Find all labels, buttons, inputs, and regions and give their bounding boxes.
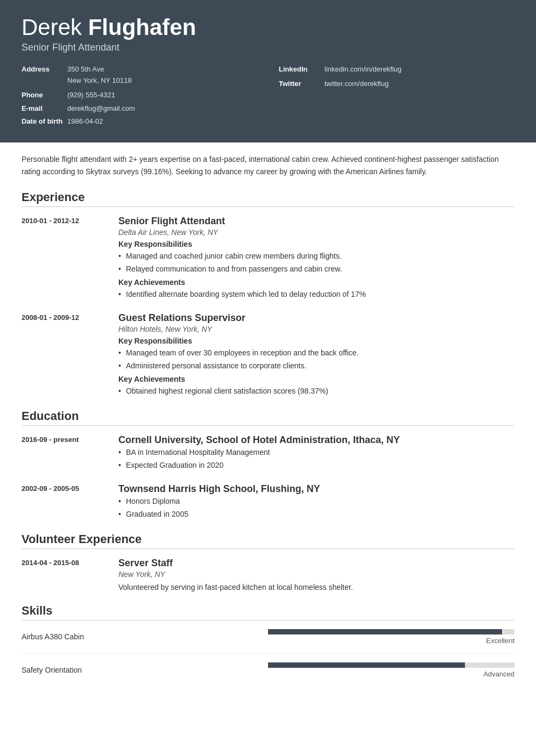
- list-item: Graduated in 2005: [118, 509, 514, 520]
- first-name: Derek: [22, 15, 88, 40]
- achievements-label: Key Achievements: [118, 375, 514, 383]
- list-item: Expected Graduation in 2020: [118, 460, 514, 471]
- entry-dates: 2002-09 - 2005-05: [22, 483, 108, 522]
- phone-label: Phone: [22, 90, 67, 101]
- list-item: Administered personal assistance to corp…: [118, 360, 514, 372]
- volunteer-entries: 2014-04 - 2015-08 Server Staff New York,…: [22, 558, 514, 593]
- skill-name: Safety Orientation: [22, 666, 268, 674]
- skill-bar-bg: [268, 629, 514, 634]
- list-item: Managed team of over 30 employees in rec…: [118, 347, 514, 359]
- responsibilities-label: Key Responsibilities: [118, 240, 514, 248]
- achievements-list: Identified alternate boarding system whi…: [118, 289, 514, 300]
- header-right-col: LinkedIn linkedin.com/in/derekflug Twitt…: [279, 64, 514, 127]
- education-bullets: BA in International Hospitality Manageme…: [118, 447, 514, 471]
- last-name: Flughafen: [88, 15, 196, 40]
- header-left-col: Address 350 5th Ave New York, NY 10118 P…: [22, 64, 257, 127]
- header-info-grid: Address 350 5th Ave New York, NY 10118 P…: [22, 64, 514, 127]
- entry-dates: 2008-01 - 2009-12: [22, 312, 108, 398]
- candidate-name: Derek Flughafen: [22, 15, 514, 40]
- responsibilities-label: Key Responsibilities: [118, 337, 514, 345]
- experience-entries: 2010-01 - 2012-12 Senior Flight Attendan…: [22, 216, 514, 398]
- dob-row: Date of birth 1986-04-02: [22, 116, 257, 127]
- entry-content: Cornell University, School of Hotel Admi…: [118, 434, 514, 473]
- skills-entries: Airbus A380 Cabin Excellent Safety Orien…: [22, 629, 514, 687]
- address-label: Address: [22, 64, 67, 75]
- experience-section: Experience 2010-01 - 2012-12 Senior Flig…: [22, 190, 514, 398]
- skill-bar-fill: [268, 662, 465, 668]
- resume-header: Derek Flughafen Senior Flight Attendant …: [0, 0, 536, 142]
- entry-role: Senior Flight Attendant: [118, 216, 514, 227]
- achievements-label: Key Achievements: [118, 278, 514, 287]
- address-row: Address 350 5th Ave New York, NY 10118: [22, 64, 257, 87]
- entry-dates: 2014-04 - 2015-08: [22, 558, 108, 593]
- experience-entry: 2010-01 - 2012-12 Senior Flight Attendan…: [22, 216, 514, 302]
- phone-row: Phone (929) 555-4321: [22, 90, 257, 101]
- email-value: derekflug@gmail.com: [67, 103, 135, 115]
- volunteer-entry: 2014-04 - 2015-08 Server Staff New York,…: [22, 558, 514, 593]
- institution-name: Cornell University, School of Hotel Admi…: [118, 434, 514, 446]
- responsibilities-list: Managed team of over 30 employees in rec…: [118, 347, 514, 372]
- education-section: Education 2016-09 - present Cornell Univ…: [22, 409, 514, 522]
- list-item: Identified alternate boarding system whi…: [118, 289, 514, 300]
- vol-description: Volunteered by serving in fast-paced kit…: [118, 582, 514, 593]
- entry-content: Townsend Harris High School, Flushing, N…: [118, 483, 514, 522]
- email-row: E-mail derekflug@gmail.com: [22, 103, 257, 115]
- entry-content: Server Staff New York, NY Volunteered by…: [118, 558, 514, 593]
- entry-content: Guest Relations Supervisor Hilton Hotels…: [118, 312, 514, 398]
- skill-row: Airbus A380 Cabin Excellent: [22, 629, 514, 654]
- list-item: BA in International Hospitality Manageme…: [118, 447, 514, 458]
- skill-bar-container: Excellent: [268, 629, 514, 645]
- list-item: Honors Diploma: [118, 496, 514, 507]
- volunteer-title: Volunteer Experience: [22, 532, 514, 549]
- skill-row: Safety Orientation Advanced: [22, 662, 514, 687]
- list-item: Obtained highest regional client satisfa…: [118, 386, 514, 397]
- vol-location: New York, NY: [118, 570, 514, 579]
- twitter-row: Twitter twitter.com/derekflug: [279, 79, 514, 90]
- linkedin-label: LinkedIn: [279, 64, 325, 75]
- dob-value: 1986-04-02: [67, 116, 103, 127]
- skill-level: Advanced: [483, 670, 514, 678]
- entry-company: Delta Air Lines, New York, NY: [118, 228, 514, 237]
- resume-content: Personable flight attendant with 2+ year…: [0, 142, 536, 719]
- address-value: 350 5th Ave New York, NY 10118: [67, 64, 132, 87]
- entry-role: Guest Relations Supervisor: [118, 312, 514, 324]
- entry-dates: 2016-09 - present: [22, 434, 108, 473]
- education-bullets: Honors DiplomaGraduated in 2005: [118, 496, 514, 520]
- education-entries: 2016-09 - present Cornell University, Sc…: [22, 434, 514, 522]
- skill-bar-container: Advanced: [268, 662, 514, 678]
- twitter-value: twitter.com/derekflug: [325, 79, 389, 90]
- skill-name: Airbus A380 Cabin: [22, 632, 268, 641]
- entry-dates: 2010-01 - 2012-12: [22, 216, 108, 302]
- skill-bar-fill: [268, 629, 502, 634]
- list-item: Relayed communication to and from passen…: [118, 263, 514, 275]
- linkedin-value: linkedin.com/in/derekflug: [325, 64, 401, 75]
- entry-content: Senior Flight Attendant Delta Air Lines,…: [118, 216, 514, 302]
- achievements-list: Obtained highest regional client satisfa…: [118, 386, 514, 397]
- skill-level: Excellent: [486, 637, 514, 645]
- responsibilities-list: Managed and coached junior cabin crew me…: [118, 251, 514, 275]
- experience-title: Experience: [22, 190, 514, 207]
- education-entry: 2002-09 - 2005-05 Townsend Harris High S…: [22, 483, 514, 522]
- experience-entry: 2008-01 - 2009-12 Guest Relations Superv…: [22, 312, 514, 398]
- entry-company: Hilton Hotels, New York, NY: [118, 325, 514, 333]
- phone-value: (929) 555-4321: [67, 90, 115, 101]
- education-title: Education: [22, 409, 514, 426]
- candidate-title: Senior Flight Attendant: [22, 42, 514, 53]
- summary-text: Personable flight attendant with 2+ year…: [22, 153, 514, 177]
- linkedin-row: LinkedIn linkedin.com/in/derekflug: [279, 64, 514, 75]
- skill-bar-bg: [268, 662, 514, 668]
- vol-role: Server Staff: [118, 558, 514, 569]
- skills-title: Skills: [22, 604, 514, 621]
- dob-label: Date of birth: [22, 116, 67, 127]
- twitter-label: Twitter: [279, 79, 325, 90]
- email-label: E-mail: [22, 103, 67, 115]
- volunteer-section: Volunteer Experience 2014-04 - 2015-08 S…: [22, 532, 514, 593]
- institution-name: Townsend Harris High School, Flushing, N…: [118, 483, 514, 495]
- education-entry: 2016-09 - present Cornell University, Sc…: [22, 434, 514, 473]
- list-item: Managed and coached junior cabin crew me…: [118, 251, 514, 262]
- skills-section: Skills Airbus A380 Cabin Excellent Safet…: [22, 604, 514, 687]
